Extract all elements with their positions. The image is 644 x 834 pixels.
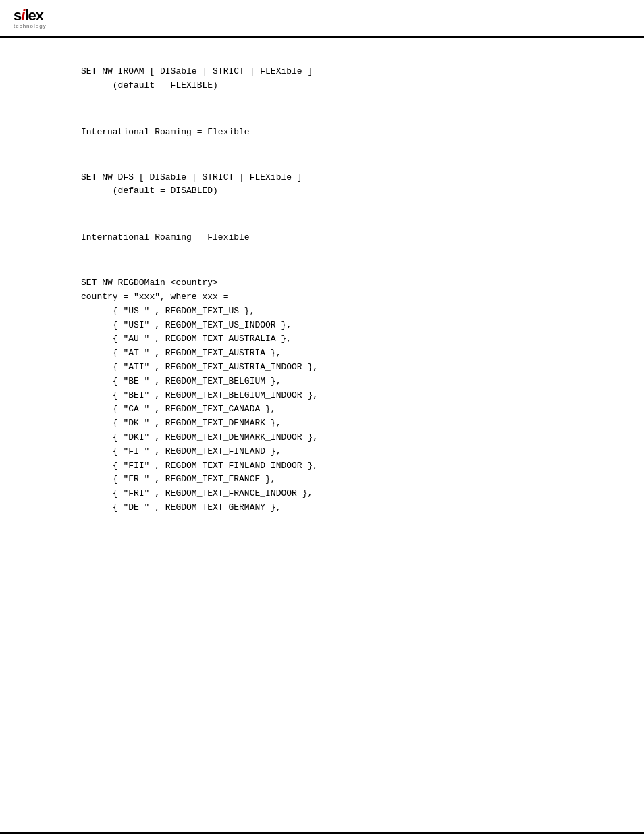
dfs-status-text: International Roaming = Flexible [81,232,250,242]
regdom-line-12: { "FI " , REGDOM_TEXT_FINLAND }, [81,445,644,459]
regdom-line-3: { "USI" , REGDOM_TEXT_US_INDOOR }, [81,319,644,333]
regdom-line-1: country = "xxx", where xxx = [81,290,644,305]
iroam-line-1: SET NW IROAM [ DISable | STRICT | FLEXib… [81,65,644,79]
dfs-status-section: International Roaming = Flexible [81,232,644,242]
regdom-line-10: { "DK " , REGDOM_TEXT_DENMARK }, [81,417,644,431]
regdom-syntax-section: SET NW REGDOMain <country> country = "xx… [81,276,644,515]
logo: silex technology [14,7,47,29]
regdom-line-16: { "DE " , REGDOM_TEXT_GERMANY }, [81,501,644,515]
logo-subtitle: technology [14,23,47,29]
regdom-line-13: { "FII" , REGDOM_TEXT_FINLAND_INDOOR }, [81,459,644,473]
regdom-line-0: SET NW REGDOMain <country> [81,276,644,290]
dfs-status-line: International Roaming = Flexible [81,232,644,242]
regdom-line-7: { "BE " , REGDOM_TEXT_BELGIUM }, [81,375,644,389]
regdom-syntax-block: SET NW REGDOMain <country> country = "xx… [81,276,644,515]
regdom-line-9: { "CA " , REGDOM_TEXT_CANADA }, [81,402,644,417]
regdom-line-5: { "AT " , REGDOM_TEXT_AUSTRIA }, [81,346,644,361]
iroam-line-2: (default = FLEXIBLE) [81,79,644,93]
dfs-syntax-section: SET NW DFS [ DISable | STRICT | FLEXible… [81,171,644,199]
regdom-line-11: { "DKI" , REGDOM_TEXT_DENMARK_INDOOR }, [81,431,644,445]
regdom-line-8: { "BEI" , REGDOM_TEXT_BELGIUM_INDOOR }, [81,389,644,403]
iroam-status-section: International Roaming = Flexible [81,127,644,137]
page-header: silex technology [0,0,644,38]
regdom-line-4: { "AU " , REGDOM_TEXT_AUSTRALIA }, [81,332,644,346]
iroam-syntax-block: SET NW IROAM [ DISable | STRICT | FLEXib… [81,65,644,93]
regdom-line-2: { "US " , REGDOM_TEXT_US }, [81,305,644,319]
iroam-status-line: International Roaming = Flexible [81,127,644,137]
regdom-line-14: { "FR " , REGDOM_TEXT_FRANCE }, [81,473,644,487]
dfs-syntax-block: SET NW DFS [ DISable | STRICT | FLEXible… [81,171,644,199]
dfs-line-2: (default = DISABLED) [81,184,644,199]
main-content: SET NW IROAM [ DISable | STRICT | FLEXib… [0,38,644,576]
iroam-syntax-section: SET NW IROAM [ DISable | STRICT | FLEXib… [81,65,644,93]
regdom-line-6: { "ATI" , REGDOM_TEXT_AUSTRIA_INDOOR }, [81,361,644,375]
iroam-status-text: International Roaming = Flexible [81,127,250,137]
regdom-line-15: { "FRI" , REGDOM_TEXT_FRANCE_INDOOR }, [81,487,644,501]
logo-text: silex [14,7,43,24]
dfs-line-1: SET NW DFS [ DISable | STRICT | FLEXible… [81,171,644,185]
